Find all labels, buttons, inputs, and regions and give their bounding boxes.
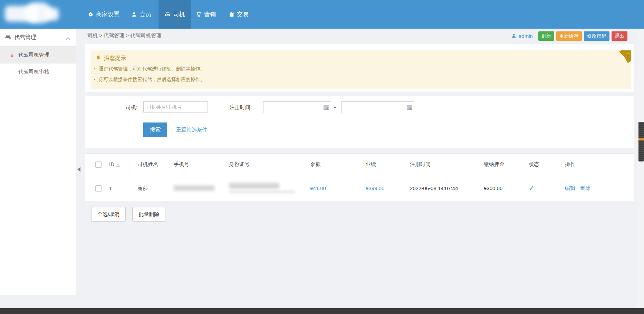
top-navbar: 商家设置 会员 司机 营销 交易 [0,0,644,29]
sidebar-item-label: 代驾司机审核 [18,69,49,75]
scrollbar-thumb[interactable] [638,122,644,161]
cell-idcard-redacted [229,175,310,201]
regtime-from-field [263,101,331,113]
breadcrumb: 司机 > 代驾管理 > 代驾司机管理 [87,32,161,39]
table-header-row: ID 司机姓名 手机号 身份证号 余额 业绩 注册时间 缴纳押金 状态 操作 [85,154,634,175]
delete-link[interactable]: 删除 [580,185,590,191]
col-header-id[interactable]: ID [109,154,137,175]
minus-icon: − [627,52,629,56]
sidebar-item-driver-management[interactable]: » 代驾司机管理 [0,46,76,63]
username: admin [519,33,533,39]
select-all-checkbox[interactable] [95,161,102,168]
cell-phone-redacted [173,175,229,201]
reset-filters-link[interactable]: 重置筛选条件 [176,122,207,137]
cell-status: ✓ [528,175,565,201]
nav-label: 商家设置 [96,10,119,18]
logout-button[interactable]: 退出 [612,31,627,41]
regtime-field-label: 注册时间: [230,101,252,113]
col-header-deposit: 缴纳押金 [483,154,528,175]
col-header-actions: 操作 [565,154,634,175]
col-header-phone: 手机号 [173,154,229,175]
search-button[interactable]: 搜索 [143,122,167,137]
notice-tip: 通过代驾管理，可对代驾进行修改、删除等操作。 [94,66,205,72]
scrollbar-track[interactable] [638,29,644,308]
select-all-toggle-button[interactable]: 全选/取消 [91,207,126,222]
nav-item-members[interactable]: 会员 [129,0,153,29]
cell-actions: 编辑 删除 [565,175,634,201]
nav-label: 交易 [237,10,249,18]
sidebar-item-driver-review[interactable]: 代驾司机审核 [0,63,76,80]
cell-deposit: ¥300.00 [483,175,528,201]
regtime-from-input[interactable] [263,101,331,113]
logo-blur-shape [45,8,59,20]
nav-label: 会员 [140,10,151,18]
current-user[interactable]: admin [511,33,533,39]
col-header-balance: 余额 [310,154,365,175]
drivers-table: ID 司机姓名 手机号 身份证号 余额 业绩 注册时间 缴纳押金 状态 操作 1… [85,154,634,201]
sidebar-group-label: 代驾管理 [14,34,36,41]
regtime-to-input[interactable] [341,101,414,113]
notice-collapse-ribbon[interactable]: − [619,50,631,63]
driver-icon [164,11,171,18]
cell-performance: ¥399.00 [365,175,410,201]
cell-regtime: 2022-06-08 14:07:44 [410,175,483,201]
bell-icon [95,55,101,62]
app-logo [3,2,59,24]
update-cache-button[interactable]: 更新缓存 [556,31,582,41]
nav-label: 营销 [204,10,216,18]
app-window: 商家设置 会员 司机 营销 交易 代驾管理 » 代驾司机管理 [0,0,644,314]
change-password-button[interactable]: 修改密码 [584,31,609,41]
driver-search-input[interactable] [143,101,208,112]
batch-delete-button[interactable]: 批量删除 [132,207,165,222]
cell-id: 1 [109,175,137,201]
sidebar-collapse-toggle[interactable] [77,167,80,172]
col-header-status: 状态 [528,154,565,175]
search-panel: 司机: 注册时间: - 搜索 重置筛选条件 [85,96,634,148]
marketing-icon [196,11,202,17]
redacted-phone [174,185,214,191]
nav-label: 司机 [173,10,185,18]
sidebar-group-daijia[interactable]: 代驾管理 [0,30,76,45]
notice-title: 温馨提示 [104,55,126,62]
edit-link[interactable]: 编辑 [565,185,575,191]
user-toolbar: admin 刷新 更新缓存 修改密码 退出 [511,31,627,41]
user-icon [511,33,517,39]
nav-item-merchant-settings[interactable]: 商家设置 [85,0,122,29]
nav-item-marketing[interactable]: 营销 [194,0,218,29]
cell-balance: ¥41.00 [310,175,365,201]
bottom-status-bar [0,308,644,314]
col-header-performance: 业绩 [365,154,410,175]
sidebar-item-label: 代驾司机管理 [18,52,49,58]
notice-tip: 你可以根据条件搜索代驾，然后选择相应的操作。 [94,77,205,83]
member-icon [131,11,137,17]
scrollbar-marker [638,138,644,140]
gear-icon [87,11,94,18]
sort-icon[interactable] [116,162,120,168]
row-checkbox[interactable] [95,185,102,192]
nav-item-transactions[interactable]: 交易 [227,0,251,29]
refresh-button[interactable]: 刷新 [538,31,554,41]
notice-title-row: 温馨提示 [95,55,126,62]
driver-field-label: 司机: [126,101,137,113]
status-check-icon: ✓ [529,184,535,192]
notice-card: 温馨提示 通过代驾管理，可对代驾进行修改、删除等操作。 你可以根据条件搜索代驾，… [85,44,634,92]
col-header-regtime: 注册时间 [410,154,483,175]
cell-name: 丽莎 [137,175,173,201]
sidebar: 代驾管理 » 代驾司机管理 代驾司机审核 [0,29,76,295]
col-header-idcard: 身份证号 [229,154,310,175]
chevron-up-icon[interactable] [66,35,70,41]
table-row: 1 丽莎 ¥41.00 ¥399.00 2022-06-08 14:07:44 … [85,175,634,201]
active-item-arrow: » [11,52,13,58]
regtime-to-field [341,101,414,113]
notice-box: 温馨提示 通过代驾管理，可对代驾进行修改、删除等操作。 你可以根据条件搜索代驾，… [90,50,631,89]
redacted-idcard [229,190,295,193]
transaction-icon [229,11,234,17]
redacted-idcard [229,183,279,189]
col-header-name: 司机姓名 [137,154,173,175]
nav-item-drivers[interactable]: 司机 [158,0,191,29]
date-range-separator: - [333,101,337,113]
car-icon [4,33,11,42]
